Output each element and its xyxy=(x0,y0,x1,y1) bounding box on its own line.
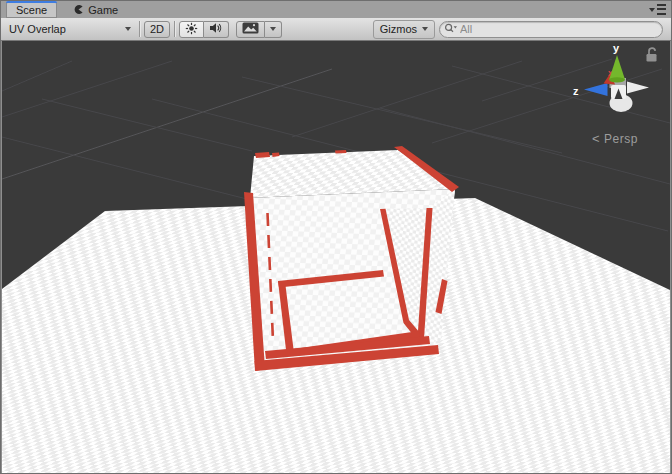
unity-game-icon xyxy=(73,4,84,15)
effects-group xyxy=(236,21,282,38)
speaker-icon xyxy=(209,22,223,36)
audio-toggle-button[interactable] xyxy=(204,21,229,38)
dropdown-arrow-icon xyxy=(649,8,655,12)
tab-scene-label: Scene xyxy=(16,4,47,16)
viewport-frame: x y z < Persp xyxy=(0,41,672,474)
sun-icon xyxy=(185,22,198,37)
scene-toolbar: UV Overlap 2D xyxy=(1,18,671,41)
toggle-2d-label: 2D xyxy=(150,23,164,35)
tab-game-label: Game xyxy=(88,4,118,16)
toolbar-separator xyxy=(139,21,140,37)
lighting-toggle-button[interactable] xyxy=(179,21,204,38)
scene-search-field[interactable] xyxy=(439,21,663,38)
scene-canvas[interactable]: x y z < Persp xyxy=(2,41,670,473)
tab-bar: Scene Game xyxy=(1,1,671,18)
tab-game[interactable]: Game xyxy=(63,1,128,18)
projection-toggle[interactable]: < Persp xyxy=(592,131,638,146)
chevron-down-icon xyxy=(422,27,428,31)
persp-arrow-icon: < xyxy=(592,131,600,146)
image-icon xyxy=(242,22,259,36)
effects-toggle-button[interactable] xyxy=(236,21,265,38)
tab-menu-icon[interactable] xyxy=(644,1,671,18)
gizmos-dropdown[interactable]: Gizmos xyxy=(373,20,435,39)
unity-scene-panel: Scene Game UV Overlap 2D xyxy=(0,0,672,474)
draw-mode-label: UV Overlap xyxy=(9,23,66,35)
y-axis-label: y xyxy=(613,42,620,54)
tab-scene[interactable]: Scene xyxy=(6,1,57,18)
search-input[interactable] xyxy=(460,23,656,36)
toolbar-separator xyxy=(174,21,175,37)
toggle-2d-button[interactable]: 2D xyxy=(144,21,170,38)
hamburger-icon xyxy=(657,4,666,15)
chevron-down-icon xyxy=(270,27,276,31)
lighting-audio-group xyxy=(179,21,229,38)
gizmos-label: Gizmos xyxy=(380,23,417,35)
search-icon xyxy=(444,23,458,36)
effects-dropdown-button[interactable] xyxy=(265,21,282,38)
draw-mode-dropdown[interactable]: UV Overlap xyxy=(5,20,135,38)
projection-label: Persp xyxy=(604,132,638,146)
z-axis-label: z xyxy=(573,85,579,97)
cube-object[interactable] xyxy=(244,146,459,371)
chevron-down-icon xyxy=(125,27,131,31)
y-cone-base xyxy=(609,77,625,82)
